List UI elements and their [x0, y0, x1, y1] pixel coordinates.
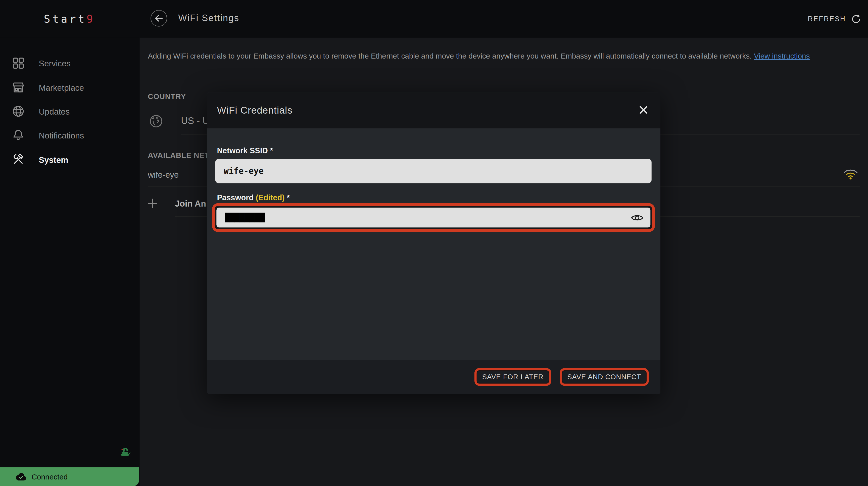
sidebar-item-label: Updates: [39, 107, 70, 116]
status-label: Connected: [32, 473, 68, 481]
storefront-icon: [11, 81, 25, 94]
status-badge: Connected: [0, 467, 139, 486]
networks-heading: AVAILABLE NET: [148, 151, 209, 159]
sidebar-item-label: Services: [39, 58, 71, 68]
sidebar-item-services[interactable]: Services: [0, 51, 139, 75]
wifi-signal-icon: [843, 168, 859, 182]
annotation-highlight-save-for-later: SAVE FOR LATER: [474, 368, 551, 386]
bell-icon: [11, 128, 25, 142]
sidebar-item-label: Notifications: [39, 130, 84, 140]
annotation-highlight-save-and-connect: SAVE AND CONNECT: [559, 368, 649, 386]
app-window: Services Marketplace Updates: [0, 0, 868, 486]
refresh-label: REFRESH: [808, 15, 846, 23]
screen: Services Marketplace Updates: [0, 0, 868, 486]
ssid-field-label: Network SSID *: [217, 146, 273, 155]
modal-title: WiFi Credentials: [217, 104, 292, 116]
save-for-later-button[interactable]: SAVE FOR LATER: [477, 371, 549, 383]
topbar: Start9 WiFi Settings REFRESH: [0, 0, 868, 38]
view-instructions-link[interactable]: View instructions: [754, 52, 810, 60]
country-heading: COUNTRY: [148, 92, 186, 101]
back-button[interactable]: [151, 10, 167, 27]
app-logo: Start9: [0, 0, 139, 38]
save-and-connect-button[interactable]: SAVE AND CONNECT: [562, 371, 646, 383]
snake-mascot-icon: [119, 446, 131, 459]
edited-tag: (Edited): [256, 193, 285, 202]
sidebar-item-label: System: [39, 155, 68, 164]
intro-text: Adding WiFi credentials to your Embassy …: [148, 50, 822, 62]
plus-icon: [147, 198, 158, 211]
earth-icon: [149, 114, 163, 131]
toggle-password-visibility-button[interactable]: [629, 211, 645, 223]
cloud-check-icon: [15, 472, 27, 481]
modal-body: Network SSID * Password (Edited) *: [207, 128, 660, 360]
sidebar-item-label: Marketplace: [39, 83, 84, 92]
sidebar-item-system[interactable]: System: [0, 147, 139, 172]
ssid-input[interactable]: [215, 159, 652, 183]
password-field-label: Password (Edited) *: [217, 193, 290, 202]
grid-icon: [11, 57, 25, 70]
password-input[interactable]: [216, 208, 650, 227]
refresh-button[interactable]: REFRESH: [808, 0, 861, 38]
globe-wire-icon: [11, 104, 25, 118]
modal-header: WiFi Credentials: [207, 92, 660, 128]
sidebar: Services Marketplace Updates: [0, 0, 140, 486]
join-network-button[interactable]: Join An: [175, 199, 206, 209]
network-list-item[interactable]: wife-eye: [148, 170, 179, 179]
sidebar-item-notifications[interactable]: Notifications: [0, 123, 139, 147]
wifi-credentials-modal: WiFi Credentials Network SSID * Password…: [207, 92, 660, 394]
annotation-highlight-password: [212, 203, 655, 232]
sidebar-item-marketplace[interactable]: Marketplace: [0, 75, 139, 100]
arrow-left-icon: [154, 13, 164, 23]
page-title: WiFi Settings: [178, 13, 239, 23]
close-icon: [639, 105, 648, 114]
eye-icon: [630, 213, 644, 222]
close-button[interactable]: [634, 100, 653, 119]
refresh-icon: [851, 13, 862, 24]
tools-icon: [11, 153, 25, 166]
modal-footer: SAVE FOR LATER SAVE AND CONNECT: [207, 360, 660, 394]
sidebar-item-updates[interactable]: Updates: [0, 99, 139, 123]
